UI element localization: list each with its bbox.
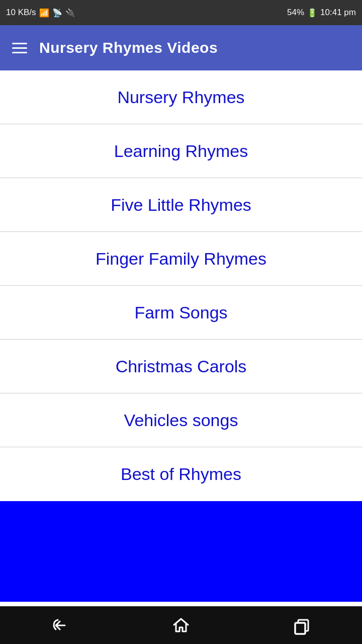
recents-button[interactable] (292, 616, 311, 635)
menu-item-label-five-little-rhymes: Five Little Rhymes (111, 195, 251, 215)
hamburger-menu-button[interactable] (12, 43, 27, 53)
menu-item-nursery-rhymes[interactable]: Nursery Rhymes (0, 70, 362, 124)
menu-item-vehicles-songs[interactable]: Vehicles songs (0, 393, 362, 447)
status-bar: 10 KB/s 📶 📡 🔌 54% 🔋 10:41 pm (0, 0, 362, 25)
menu-item-christmas-carols[interactable]: Christmas Carols (0, 340, 362, 393)
menu-item-best-of-rhymes[interactable]: Best of Rhymes (0, 447, 362, 501)
hamburger-line-3 (12, 52, 27, 53)
menu-item-label-best-of-rhymes: Best of Rhymes (121, 464, 241, 484)
svg-rect-1 (295, 623, 305, 634)
menu-item-five-little-rhymes[interactable]: Five Little Rhymes (0, 178, 362, 232)
menu-item-label-farm-songs: Farm Songs (134, 303, 227, 323)
home-button[interactable] (171, 616, 191, 635)
app-bar: Nursery Rhymes Videos (0, 25, 362, 70)
menu-item-label-learning-rhymes: Learning Rhymes (114, 141, 248, 161)
back-icon (51, 616, 70, 635)
menu-item-label-finger-family-rhymes: Finger Family Rhymes (96, 249, 266, 269)
hamburger-line-1 (12, 43, 27, 44)
navigation-bar (0, 606, 362, 644)
status-left: 10 KB/s 📶 📡 🔌 (6, 8, 75, 18)
back-button[interactable] (51, 616, 70, 635)
ad-banner (0, 501, 362, 602)
menu-item-label-christmas-carols: Christmas Carols (116, 357, 247, 376)
menu-item-label-vehicles-songs: Vehicles songs (124, 411, 238, 430)
status-right: 54% 🔋 10:41 pm (287, 8, 356, 18)
battery-percent: 54% (287, 8, 304, 18)
hamburger-line-2 (12, 47, 27, 49)
wifi-icon: 📡 (52, 8, 62, 18)
menu-item-label-nursery-rhymes: Nursery Rhymes (117, 88, 244, 107)
menu-list: Nursery RhymesLearning RhymesFive Little… (0, 70, 362, 501)
menu-item-finger-family-rhymes[interactable]: Finger Family Rhymes (0, 232, 362, 286)
usb-icon: 🔌 (65, 8, 75, 18)
menu-item-farm-songs[interactable]: Farm Songs (0, 286, 362, 340)
battery-icon: 🔋 (307, 8, 317, 18)
home-icon (171, 616, 191, 635)
network-speed: 10 KB/s (6, 8, 36, 18)
menu-item-learning-rhymes[interactable]: Learning Rhymes (0, 124, 362, 178)
signal-icon: 📶 (39, 8, 49, 18)
recents-icon (292, 616, 311, 635)
clock: 10:41 pm (320, 8, 356, 18)
app-title: Nursery Rhymes Videos (39, 39, 218, 56)
